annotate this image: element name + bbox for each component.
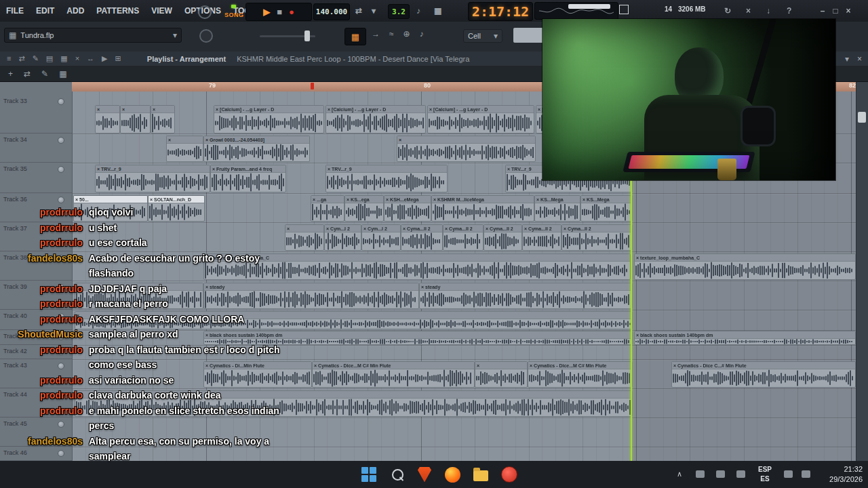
clip-mute-icon[interactable]: × <box>326 226 329 232</box>
playlist-tool-icon-1[interactable]: ⇄ <box>18 54 24 63</box>
audio-clip[interactable]: ×Cym...l 2 <box>324 224 361 251</box>
audio-clip[interactable]: ×[Calcium] - ...g Layer - D <box>427 105 534 134</box>
abort-icon[interactable]: × <box>746 6 751 16</box>
audio-clip[interactable]: ×Cyma...ll 2 <box>522 224 561 251</box>
window-close-button[interactable]: × <box>843 6 854 16</box>
language-indicator[interactable]: ESP ES <box>758 465 772 484</box>
clip-mute-icon[interactable]: × <box>153 106 155 113</box>
record-button[interactable]: ● <box>289 7 294 16</box>
clip-mute-icon[interactable]: × <box>399 137 401 143</box>
window-maximize-button[interactable]: □ <box>830 6 841 16</box>
toolbar2-icon-1[interactable]: ≈ <box>389 29 394 39</box>
clip-mute-icon[interactable]: × <box>403 226 406 232</box>
clip-mute-icon[interactable]: × <box>583 197 585 203</box>
audio-clip[interactable]: ×[Calcium] - ...g Layer - D <box>326 105 426 134</box>
taskbar-clock[interactable]: 21:32 29/3/2026 <box>829 464 863 485</box>
clip-mute-icon[interactable]: × <box>212 166 215 172</box>
clip-mute-icon[interactable]: × <box>636 332 639 338</box>
clip-mute-icon[interactable]: × <box>538 106 540 113</box>
track-mute-led[interactable] <box>58 197 64 203</box>
clip-mute-icon[interactable]: × <box>386 197 389 203</box>
clip-mute-icon[interactable]: × <box>530 363 532 369</box>
clip-mute-icon[interactable]: × <box>313 197 315 203</box>
ruler-marker-flag[interactable] <box>311 83 314 89</box>
project-selector[interactable]: ▦ Tundra.flp ▾ <box>4 28 182 43</box>
audio-clip[interactable]: ×Cym...l 2 <box>361 224 401 251</box>
tray-volume-icon[interactable] <box>802 470 810 478</box>
audio-clip[interactable]: ×Cyma...ll 2 <box>401 224 443 251</box>
download-icon[interactable]: ↓ <box>766 6 770 16</box>
playlist-tool-icon-6[interactable]: ↔ <box>87 54 94 63</box>
audio-clip[interactable]: × <box>475 361 528 388</box>
playlist-tool-icon-7[interactable]: ▶ <box>102 54 107 63</box>
clip-mute-icon[interactable]: × <box>205 137 208 143</box>
master-slider-handle[interactable] <box>304 30 310 41</box>
audio-clip[interactable]: ×Cymatics - Dice...M C# Min Flute <box>528 361 633 388</box>
clip-mute-icon[interactable]: × <box>536 197 539 203</box>
cell-selector[interactable]: Cell ▾ <box>463 29 502 43</box>
clip-mute-icon[interactable]: × <box>328 166 330 172</box>
toolbar2-icon-0[interactable]: → <box>372 29 380 39</box>
playlist-tool-icon-4[interactable]: ▦ <box>60 54 67 63</box>
clip-mute-icon[interactable]: × <box>314 363 317 369</box>
audio-clip[interactable]: × <box>95 105 120 134</box>
audio-clip[interactable]: ×KS...ega <box>344 195 384 222</box>
clip-mute-icon[interactable]: × <box>216 106 218 113</box>
clip-mute-icon[interactable]: × <box>97 166 100 172</box>
audio-clip[interactable]: ×Cyma...ll 2 <box>443 224 484 251</box>
playlist-tool-icon-2[interactable]: ✎ <box>33 54 39 63</box>
taskbar-explorer-button[interactable] <box>472 466 490 483</box>
clip-mute-icon[interactable]: × <box>486 226 488 232</box>
clip-mute-icon[interactable]: × <box>122 106 125 113</box>
clip-mute-icon[interactable]: × <box>421 284 424 290</box>
typing-keyboard-toggle[interactable]: ▦ <box>344 28 366 45</box>
audio-clip[interactable]: ×Growl 0003...-24.054403] <box>203 136 310 162</box>
playlist-toolbar2-icon-3[interactable]: ▦ <box>59 69 66 79</box>
tray-network-icon[interactable] <box>784 470 793 478</box>
audio-clip[interactable]: ×Cyma...ll 2 <box>484 224 522 251</box>
track-header[interactable]: Track 33 <box>0 95 72 134</box>
track-header[interactable]: Track 34 <box>0 134 72 163</box>
main-pitch-knob[interactable] <box>199 29 213 43</box>
audio-clip[interactable]: ×Cymatics - Dice...M C# Min Flute <box>312 361 475 388</box>
clip-mute-icon[interactable]: × <box>328 106 330 113</box>
track-mute-led[interactable] <box>58 98 64 105</box>
audio-clip[interactable]: ×steady <box>419 283 633 309</box>
toolbar2-icon-2[interactable]: ⊕ <box>403 29 410 39</box>
start-button[interactable] <box>360 466 378 483</box>
stop-button[interactable]: ■ <box>277 7 282 16</box>
audio-clip[interactable]: ×black shoes sustain 140bpm dm <box>634 331 856 345</box>
clip-mute-icon[interactable]: × <box>564 226 566 232</box>
audio-clip[interactable]: × <box>285 224 324 251</box>
clip-mute-icon[interactable]: × <box>75 197 78 203</box>
menu-item-patterns[interactable]: PATTERNS <box>90 6 145 16</box>
monitor-icon[interactable] <box>619 5 629 14</box>
clip-mute-icon[interactable]: × <box>363 226 366 232</box>
tray-mic-icon[interactable] <box>736 470 745 478</box>
tray-display-icon[interactable] <box>716 470 725 478</box>
taskbar-brave-button[interactable] <box>416 466 433 483</box>
playlist-tool-icon-8[interactable]: ⊞ <box>115 54 121 63</box>
playlist-close-icon[interactable]: × <box>857 54 862 64</box>
clip-mute-icon[interactable]: × <box>347 197 349 203</box>
window-minimize-button[interactable]: – <box>817 6 828 16</box>
audio-clip[interactable]: ×TRV...r_9 <box>95 165 210 192</box>
playlist-tool-icon-0[interactable]: ≡ <box>7 54 11 63</box>
master-volume-slider[interactable] <box>568 4 610 9</box>
audio-clip[interactable]: ×...ga <box>311 195 344 222</box>
time-display[interactable]: 2:17:12 <box>468 2 533 21</box>
clip-mute-icon[interactable]: × <box>429 106 432 113</box>
clip-mute-icon[interactable]: × <box>168 137 171 143</box>
playlist-toolbar2-icon-2[interactable]: ✎ <box>41 69 48 79</box>
audio-clip[interactable]: × <box>166 136 203 162</box>
menu-item-file[interactable]: FILE <box>0 6 30 16</box>
clip-mute-icon[interactable]: × <box>445 226 448 232</box>
toolbar2-icon-3[interactable]: ♪ <box>420 29 424 39</box>
clip-mute-icon[interactable]: × <box>636 255 639 261</box>
audio-clip[interactable]: ×texture_loop_mumbaha_C <box>634 253 856 280</box>
taskbar-app-button[interactable] <box>500 466 518 483</box>
pattern-arrows-icon[interactable]: ⇄ <box>355 6 362 16</box>
audio-clip[interactable]: ×KS...Mega <box>534 195 580 222</box>
menu-item-edit[interactable]: EDIT <box>30 6 60 16</box>
tempo-display[interactable]: 140.000 <box>313 3 350 20</box>
